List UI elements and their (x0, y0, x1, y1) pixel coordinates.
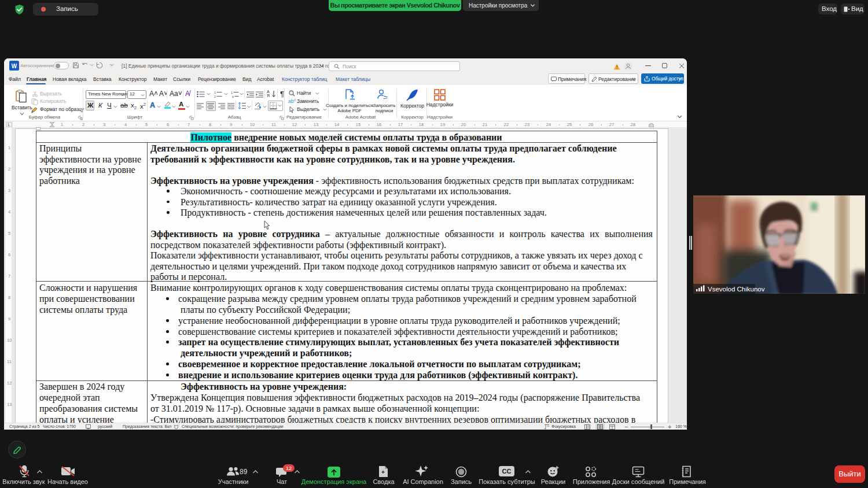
svg-text:Vsevolod Chikunov: Vsevolod Chikunov (708, 286, 765, 293)
svg-text:W: W (12, 63, 17, 69)
svg-text:2: 2 (214, 95, 216, 98)
svg-text:!: ! (616, 65, 618, 70)
svg-text:1: 1 (214, 91, 216, 94)
svg-text:1: 1 (231, 91, 233, 94)
svg-text:a: a (232, 95, 234, 98)
